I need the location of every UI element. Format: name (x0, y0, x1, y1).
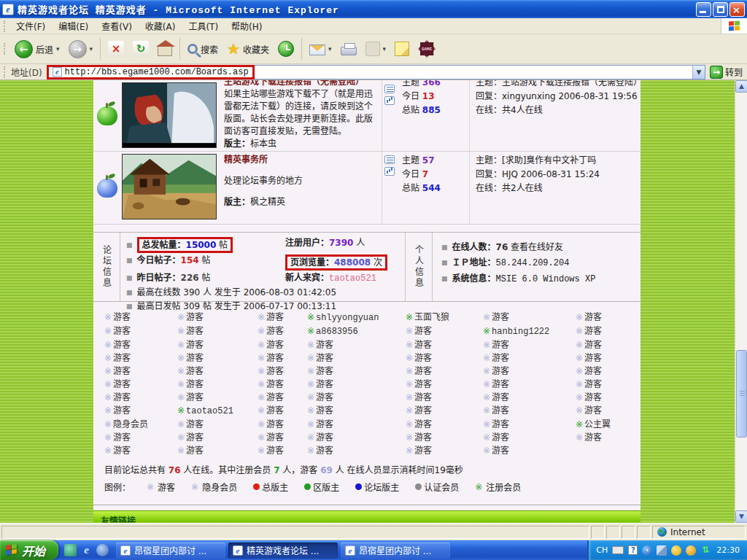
toolbar-grip-3[interactable] (4, 66, 7, 78)
address-url[interactable]: http://bbs.egame1000.com/Boards.asp (65, 67, 249, 77)
topic-list-icon[interactable] (384, 85, 395, 93)
stats-chart-icon[interactable] (384, 167, 395, 176)
edit-dropdown-icon[interactable]: ▾ (383, 45, 387, 52)
member-star-icon: ※ (177, 419, 185, 429)
stats-chart-icon[interactable] (384, 96, 395, 105)
menu-edit[interactable]: 编辑(E) (52, 18, 95, 34)
moderator-name[interactable]: 枫之精英 (250, 197, 285, 207)
menu-favorites[interactable]: 收藏(A) (139, 18, 182, 34)
qq-tray-icon-1[interactable] (671, 545, 681, 556)
taskbar-task-3[interactable]: e 昂宿星团内部讨 ... (341, 542, 450, 559)
toolbar-grip-2[interactable] (4, 43, 7, 55)
mail-button[interactable]: ▾ (306, 40, 336, 58)
minimize-button[interactable] (696, 2, 711, 17)
online-user-member[interactable]: ※a8683956 (307, 324, 406, 338)
newest-user-value[interactable]: taotao521 (329, 273, 376, 284)
online-user-name[interactable]: shlyyongyuan (316, 313, 379, 323)
online-user-name: 游客 (113, 405, 131, 416)
stop-button[interactable]: × (104, 39, 128, 59)
bullet-icon: ■ (441, 244, 448, 251)
menu-help[interactable]: 帮助(H) (225, 18, 268, 34)
taskbar-clock[interactable]: 22:30 (716, 545, 740, 555)
member-star-icon: ※ (475, 482, 482, 492)
quick-launch-outlook-icon[interactable] (96, 544, 109, 556)
member-star-icon: ※ (483, 432, 490, 443)
board-title[interactable]: 主站游戏下载连接报错（无需登陆） (224, 80, 379, 88)
help-tray-icon[interactable]: ? (628, 545, 638, 555)
online-user-name[interactable]: 玉面飞狼 (414, 312, 449, 322)
last-topic[interactable]: 主题：主站游戏下载连接报错（无需登陆） (476, 80, 639, 90)
back-dropdown-icon[interactable]: ▾ (56, 45, 60, 52)
address-input[interactable]: e http://bbs.egame1000.com/Boards.asp ▼ (47, 65, 705, 79)
moderator-name[interactable]: 标本虫 (250, 139, 276, 149)
favorites-button[interactable]: ★ 收藏夹 (223, 40, 273, 58)
menu-view[interactable]: 查看(V) (95, 18, 139, 34)
member-star-icon: ※ (576, 326, 583, 336)
last-topic[interactable]: 主题：[求助]臭作有中文补丁吗 (476, 154, 639, 168)
legend-registered-member: 注册会员 (486, 481, 521, 493)
network-tray-icon[interactable] (657, 545, 667, 556)
vertical-scrollbar[interactable]: ▲ ▼ (735, 80, 747, 523)
refresh-button[interactable]: ↻ (129, 39, 152, 59)
taskbar-task-1[interactable]: e 昂宿星团内部讨 ... (116, 542, 225, 559)
scrollbar-thumb[interactable] (736, 350, 747, 438)
member-star-icon: ※ (307, 340, 314, 350)
keyboard-icon[interactable] (612, 546, 624, 554)
scroll-up-button[interactable]: ▲ (735, 80, 747, 93)
online-user-name[interactable]: 公主翼 (584, 419, 611, 429)
forward-dropdown-icon[interactable]: ▾ (90, 45, 93, 52)
board-image-anime[interactable] (122, 82, 217, 148)
mail-dropdown-icon[interactable]: ▾ (328, 45, 332, 52)
status-zone-label: Internet (670, 527, 705, 537)
quick-launch-messenger-icon[interactable] (64, 544, 77, 556)
language-indicator[interactable]: CH (596, 545, 608, 555)
board-image-cabin[interactable] (122, 154, 217, 219)
legend-board-moderator: 论坛版主 (364, 481, 399, 493)
online-user-member[interactable]: ※shlyyongyuan (307, 311, 406, 324)
start-button[interactable]: 开始 (0, 540, 58, 560)
toolbar-grip[interactable] (4, 20, 7, 32)
back-button[interactable]: ← 后退 ▾ (11, 38, 63, 61)
online-user-name: 游客 (186, 419, 204, 429)
print-button[interactable] (337, 40, 360, 58)
restore-button[interactable] (713, 2, 728, 17)
online-user-name: 游客 (113, 432, 131, 443)
online-user-name: 游客 (316, 340, 333, 350)
go-button[interactable]: → 转到 (705, 64, 747, 80)
game-button[interactable]: GAME (414, 38, 439, 60)
online-user-member[interactable]: ※玉面飞狼 (406, 311, 483, 324)
max-online-line: 最高在线数 390 人 发生于 2006-08-03 01:42:05 (137, 287, 337, 298)
menu-tools[interactable]: 工具(T) (182, 18, 225, 34)
member-star-icon: ※ (576, 366, 583, 376)
online-user-member[interactable]: ※taotao521 (177, 404, 258, 418)
online-user-member[interactable]: ※hanbing1222 (483, 324, 576, 338)
history-button[interactable] (274, 39, 298, 59)
view-online-friends-link[interactable]: 查看在线好友 (508, 242, 563, 252)
online-user-name: 游客 (113, 326, 131, 336)
friendly-links-bar[interactable]: 友情链接 (93, 510, 640, 523)
online-user-name[interactable]: a8683956 (316, 327, 358, 337)
edit-button[interactable]: ▾ (362, 39, 390, 58)
online-user-name[interactable]: taotao521 (186, 406, 233, 416)
taskbar-task-2-active[interactable]: e 精英游戏者论坛 ... (228, 542, 338, 559)
address-dropdown-icon[interactable]: ▼ (692, 66, 705, 79)
updown-arrows-icon[interactable]: ⇅ (700, 545, 711, 556)
forward-button[interactable]: → ▾ (65, 38, 97, 61)
board-title[interactable]: 精英事务所 (224, 154, 303, 166)
quick-launch-ie-icon[interactable]: e (80, 544, 93, 556)
online-user-name[interactable]: hanbing1222 (492, 327, 549, 337)
home-button[interactable] (154, 39, 176, 58)
links-separator (93, 505, 640, 510)
online-user-member[interactable]: ※公主翼 (576, 418, 640, 431)
topic-list-icon[interactable] (384, 155, 395, 164)
search-button[interactable]: 搜索 (184, 41, 222, 58)
notes-button[interactable] (391, 39, 413, 58)
scroll-down-button[interactable]: ▼ (735, 510, 747, 523)
online-user-guest: ※游客 (576, 378, 640, 391)
qq-tray-icon-2[interactable] (686, 545, 696, 556)
hide-icons-arrow-icon[interactable]: ‹ (642, 545, 652, 556)
search-icon (187, 44, 198, 54)
bullet-icon: ■ (126, 289, 133, 296)
close-button[interactable]: × (729, 2, 745, 17)
menu-file[interactable]: 文件(F) (9, 18, 52, 34)
